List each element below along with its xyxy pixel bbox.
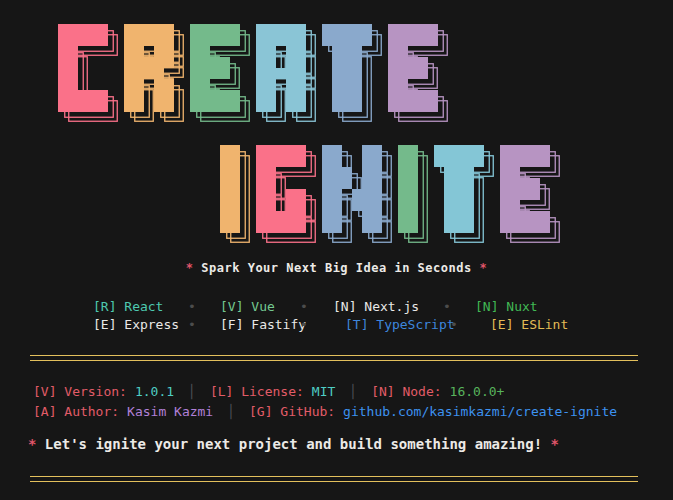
framework-react: [R] React [93, 299, 163, 314]
ascii-banner-create [58, 24, 451, 125]
info-line-author: [A] Author: Kasim Kazmi │ [G] GitHub: gi… [33, 404, 617, 419]
ascii-letter-T [322, 24, 385, 125]
bullet-separator: • [443, 299, 451, 314]
tagline-star-right: * [479, 261, 487, 275]
license-label: [L] License: [210, 384, 304, 399]
version-value: 1.0.1 [135, 384, 174, 399]
license-value: MIT [312, 384, 335, 399]
ascii-letter-E [500, 145, 563, 246]
framework-row-2: [E] Express • [F] Fastify • [T] TypeScri… [0, 317, 673, 333]
framework-fastify: [F] Fastify [220, 317, 306, 332]
footer-star-right: * [551, 436, 559, 452]
node-value: 16.0.0+ [450, 384, 505, 399]
bullet-separator: • [450, 317, 458, 332]
framework-eslint: [E] ESLint [490, 317, 568, 332]
divider-top [30, 355, 638, 361]
author-label: [A] Author: [33, 404, 119, 419]
divider-bottom [30, 476, 638, 482]
ascii-banner-ignite [220, 145, 563, 246]
github-url[interactable]: github.com/kasimkazmi/create-ignite [343, 404, 617, 419]
github-label: [G] GitHub: [249, 404, 335, 419]
author-value: Kasim Kazmi [127, 404, 213, 419]
bullet-separator: • [300, 317, 308, 332]
bullet-separator: • [188, 317, 196, 332]
ascii-letter-E [190, 24, 253, 125]
pipe-separator: │ [349, 384, 357, 399]
bullet-separator: • [188, 299, 196, 314]
info-line-version: [V] Version: 1.0.1 │ [L] License: MIT │ … [33, 384, 504, 399]
ascii-letter-I [398, 145, 431, 246]
footer-message: * Let's ignite your next project and bui… [28, 436, 559, 452]
ascii-letter-A [256, 24, 319, 125]
node-label: [N] Node: [371, 384, 441, 399]
ascii-letter-R [124, 24, 187, 125]
framework-vue: [V] Vue [220, 299, 275, 314]
ascii-letter-I [220, 145, 253, 246]
footer-text: Let's ignite your next project and build… [36, 436, 550, 452]
ascii-letter-T [434, 145, 497, 246]
ascii-letter-G [256, 145, 319, 246]
framework-typescript: [T] TypeScript [345, 317, 455, 332]
pipe-separator: │ [227, 404, 235, 419]
tagline-star-left: * [186, 261, 194, 275]
bullet-separator: • [300, 299, 308, 314]
framework-nuxt: [N] Nuxt [475, 299, 538, 314]
tagline: * Spark Your Next Big Idea in Seconds * [0, 261, 673, 275]
ascii-letter-N [322, 145, 395, 246]
framework-row-1: [R] React • [V] Vue • [N] Next.js • [N] … [0, 299, 673, 315]
ascii-letter-C [58, 24, 121, 125]
version-label: [V] Version: [33, 384, 127, 399]
tagline-text: Spark Your Next Big Idea in Seconds [194, 261, 480, 275]
framework-nextjs: [N] Next.js [333, 299, 419, 314]
ascii-letter-E [388, 24, 451, 125]
framework-express: [E] Express [93, 317, 179, 332]
pipe-separator: │ [188, 384, 196, 399]
